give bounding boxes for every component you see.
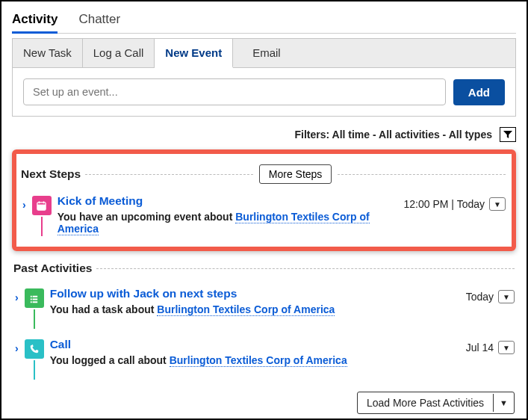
- subtab-new-event[interactable]: New Event: [155, 39, 233, 68]
- tab-chatter[interactable]: Chatter: [78, 9, 120, 33]
- next-steps-header: Next Steps More Steps: [21, 164, 506, 184]
- load-more-button[interactable]: Load More Past Activities ▼: [357, 392, 515, 414]
- more-steps-button[interactable]: More Steps: [259, 164, 332, 184]
- activity-date: Jul 14: [466, 342, 494, 353]
- call-icon: [25, 339, 44, 359]
- subtab-log-call[interactable]: Log a Call: [83, 39, 155, 67]
- filters-row: Filters: All time - All activities - All…: [12, 127, 516, 142]
- past-activity-item: › Follow up with Jack on next steps You …: [13, 285, 515, 330]
- svg-rect-3: [39, 201, 40, 203]
- task-icon: [25, 288, 44, 308]
- timeline-icon-wrap: [25, 288, 44, 329]
- svg-rect-4: [43, 201, 45, 203]
- activity-time: 12:00 PM | Today: [404, 198, 485, 210]
- primary-tabs: Activity Chatter: [12, 9, 516, 34]
- activity-menu-icon[interactable]: ▼: [498, 341, 515, 354]
- event-icon: [32, 196, 52, 215]
- load-more-label: Load More Past Activities: [358, 392, 493, 413]
- activity-date: Today: [466, 291, 494, 303]
- activity-menu-icon[interactable]: ▼: [498, 290, 515, 303]
- expand-icon[interactable]: ›: [21, 199, 26, 211]
- activity-title-link[interactable]: Follow up with Jack on next steps: [50, 287, 460, 300]
- timeline-icon-wrap: [25, 339, 44, 380]
- related-record-link[interactable]: Burlington Textiles Corp of America: [157, 303, 335, 316]
- activity-subtext: You logged a call about Burlington Texti…: [50, 354, 460, 366]
- past-activities-header: Past Activities: [13, 262, 515, 275]
- filters-label: Filters: All time - All activities - All…: [294, 129, 492, 140]
- composer-subtabs: New Task Log a Call New Event Email: [13, 39, 515, 68]
- tab-activity[interactable]: Activity: [12, 9, 58, 33]
- timeline-icon-wrap: [32, 196, 52, 236]
- next-steps-highlight: Next Steps More Steps › Kick of Meeting …: [12, 149, 516, 251]
- activity-subtext: You had a task about Burlington Textiles…: [50, 303, 460, 315]
- related-record-link[interactable]: Burlington Textiles Corp of America: [170, 354, 347, 367]
- composer-panel: New Task Log a Call New Event Email Add: [12, 38, 516, 117]
- activity-title-link[interactable]: Call: [50, 338, 460, 351]
- past-activities-title: Past Activities: [13, 262, 96, 275]
- expand-icon[interactable]: ›: [13, 291, 19, 303]
- subtab-new-task[interactable]: New Task: [13, 39, 83, 67]
- next-steps-title: Next Steps: [21, 167, 85, 181]
- next-step-item: › Kick of Meeting You have an upcoming e…: [21, 193, 506, 238]
- event-subject-input[interactable]: [23, 78, 446, 105]
- filter-icon[interactable]: [500, 127, 516, 142]
- subtab-email[interactable]: Email: [233, 39, 300, 67]
- expand-icon[interactable]: ›: [13, 342, 19, 354]
- chevron-down-icon: ▼: [493, 394, 514, 412]
- past-activity-item: › Call You logged a call about Burlingto…: [13, 336, 515, 381]
- activity-menu-icon[interactable]: ▼: [489, 197, 506, 211]
- add-button[interactable]: Add: [453, 79, 505, 105]
- past-activities-section: Past Activities › Follow up with Jack on…: [12, 262, 516, 414]
- activity-title-link[interactable]: Kick of Meeting: [58, 194, 398, 208]
- activity-subtext: You have an upcoming event about Burling…: [58, 211, 398, 235]
